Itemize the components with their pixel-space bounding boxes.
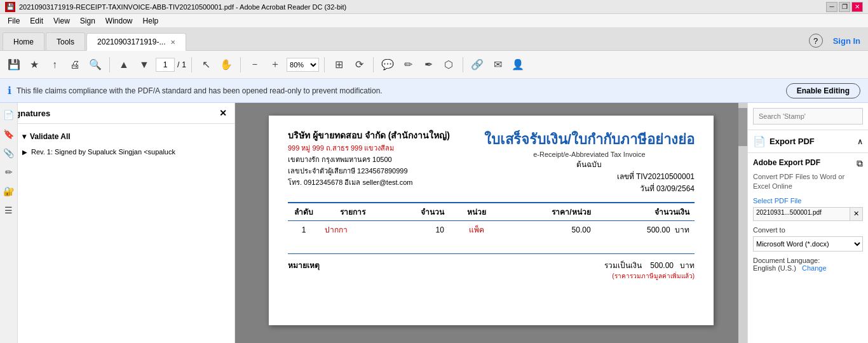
- save-button[interactable]: 💾: [5, 56, 23, 74]
- doc-title-thai: ใบเสร็จรับเงิน/ใบกำกับภาษีอย่างย่อ: [484, 128, 695, 151]
- select-pdf-link[interactable]: Select PDF File: [753, 197, 801, 205]
- company-tel: โทร. 0912345678 อีเมล seller@test.com: [288, 177, 450, 188]
- email-button[interactable]: ✉: [489, 56, 506, 74]
- export-label: Export PDF: [770, 137, 853, 146]
- cursor-tool-button[interactable]: ↖: [197, 56, 215, 74]
- upload-button[interactable]: ↑: [46, 56, 64, 74]
- row-qty: 10: [386, 221, 449, 239]
- sidebar-tool-3[interactable]: 📎: [2, 146, 16, 160]
- tab-home[interactable]: Home: [3, 32, 44, 50]
- stamp-button[interactable]: ⬡: [440, 56, 458, 74]
- titlebar: 💾 20210903171919-RECEIPT-TAXINVOICE-ABB-…: [0, 0, 868, 14]
- zoom-select[interactable]: 50% 75% 80% 100% 125% 150% 200%: [287, 58, 319, 72]
- search-zoom-out-button[interactable]: 🔍: [86, 56, 104, 74]
- pen-button[interactable]: ✏: [399, 56, 417, 74]
- sidebar-tool-2[interactable]: 🔖: [2, 127, 16, 141]
- help-icon: ?: [813, 36, 818, 46]
- stamp-search-input[interactable]: [753, 108, 863, 124]
- menu-view[interactable]: View: [48, 15, 75, 27]
- link-button[interactable]: 🔗: [468, 56, 486, 74]
- validate-all-button[interactable]: ☰ ▾ Validate All: [5, 129, 229, 144]
- tab-right-actions: ? Sign In: [809, 34, 865, 50]
- rotate-button[interactable]: ⟳: [350, 56, 368, 74]
- hand-tool-button[interactable]: ✋: [217, 56, 235, 74]
- sidebar-tool-1[interactable]: 📄: [2, 108, 16, 122]
- separator-5: [373, 57, 374, 72]
- zoom-out-button[interactable]: －: [246, 56, 264, 74]
- change-language-link[interactable]: Change: [802, 264, 827, 272]
- pdf-file-row: 20210931...500001.pdf ✕: [753, 207, 863, 221]
- document-language-section: Document Language: English (U.S.) Change: [753, 257, 863, 272]
- page-number-input[interactable]: [156, 58, 175, 72]
- enable-editing-button[interactable]: Enable Editing: [786, 83, 860, 98]
- sidebar-tool-4[interactable]: ✏: [2, 165, 16, 179]
- close-button[interactable]: ✕: [851, 2, 863, 12]
- signatures-panel: Signatures ✕ ☰ ▾ Validate All ⚠ ▶ Rev. 1…: [0, 103, 235, 343]
- user-button[interactable]: 👤: [509, 56, 527, 74]
- pdf-top-section: บริษัท ผู้ขายทดสอบ จำกัด (สำนักงานใหญ่) …: [288, 128, 695, 194]
- export-section: 📄 Export PDF ∧: [748, 130, 868, 153]
- menu-edit[interactable]: Edit: [25, 15, 48, 27]
- tab-close-icon[interactable]: ✕: [170, 39, 175, 46]
- page-navigation: / 1: [156, 58, 186, 72]
- highlight-button[interactable]: ✒: [419, 56, 437, 74]
- company-taxid: เลขประจำตัวผู้เสียภาษี 1234567890999: [288, 165, 450, 177]
- table-row: 1 ปากกา 10 แพ็ค 50.00 500.00 บาท: [288, 221, 695, 239]
- export-header: 📄 Export PDF ∧: [753, 135, 863, 147]
- table-header-item: รายการ: [320, 203, 386, 221]
- copy-icon[interactable]: ⧉: [857, 158, 863, 169]
- document-header-right: ใบเสร็จรับเงิน/ใบกำกับภาษีอย่างย่อ e-Rec…: [484, 128, 695, 194]
- row-unit-name: แพ็ค: [469, 225, 484, 234]
- pdf-file-clear-button[interactable]: ✕: [850, 207, 863, 221]
- menu-sign[interactable]: Sign: [75, 15, 100, 27]
- menu-window[interactable]: Window: [100, 15, 138, 27]
- total-row: รวมเป็นเงิน 500.00 บาท: [604, 259, 695, 271]
- separator-2: [191, 57, 192, 72]
- invoice-summary: หมายเหตุ รวมเป็นเงิน 500.00 บาท (ราคารวม…: [288, 259, 695, 281]
- doc-title-english: e-Receipt/e-Abbreviated Tax Invoice: [484, 151, 695, 158]
- pdf-scrollbar-thumb[interactable]: [738, 108, 747, 146]
- pdf-viewer[interactable]: บริษัท ผู้ขายทดสอบ จำกัด (สำนักงานใหญ่) …: [235, 103, 747, 343]
- app-icon: 💾: [5, 2, 15, 12]
- signatures-panel-header: Signatures ✕: [0, 103, 234, 124]
- signature-item[interactable]: ⚠ ▶ Rev. 1: Signed by Supaluck Singjan <…: [5, 144, 229, 159]
- comment-button[interactable]: 💬: [379, 56, 397, 74]
- prev-page-button[interactable]: ▲: [115, 56, 133, 74]
- chevron-up-icon[interactable]: ∧: [857, 137, 863, 146]
- separator-4: [324, 57, 325, 72]
- tab-document[interactable]: 20210903171919-... ✕: [86, 33, 186, 51]
- signin-button[interactable]: Sign In: [833, 36, 860, 46]
- sidebar-tool-6[interactable]: ☰: [2, 203, 16, 217]
- separator-1: [109, 57, 110, 72]
- doc-language-value: English (U.S.): [753, 264, 796, 272]
- pdf-filename-display: 20210931...500001.pdf: [753, 207, 850, 221]
- minimize-button[interactable]: ─: [826, 2, 837, 12]
- tabbar: Home Tools 20210903171919-... ✕ ? Sign I…: [0, 28, 868, 51]
- company-info: บริษัท ผู้ขายทดสอบ จำกัด (สำนักงานใหญ่) …: [288, 128, 450, 188]
- menu-help[interactable]: Help: [138, 15, 164, 27]
- table-header-price: ราคา/หน่วย: [504, 203, 596, 221]
- left-icon-sidebar: 📄 🔖 📎 ✏ 🔐 ☰: [0, 103, 18, 343]
- stamp-search-section: [748, 103, 868, 130]
- sidebar-tool-5[interactable]: 🔐: [2, 184, 16, 198]
- pdf-scrollbar[interactable]: [738, 103, 747, 343]
- print-button[interactable]: 🖨: [66, 56, 84, 74]
- tab-tools[interactable]: Tools: [46, 32, 85, 50]
- signatures-close-icon[interactable]: ✕: [219, 108, 227, 118]
- help-button[interactable]: ?: [809, 34, 823, 48]
- adobe-export-desc: Convert PDF Files to Word or Excel Onlin…: [753, 172, 863, 192]
- doc-copy: ต้นฉบับ: [484, 158, 695, 170]
- signature-label: Rev. 1: Signed by Supaluck Singjan <supa…: [31, 148, 175, 156]
- tab-document-label: 20210903171919-...: [97, 37, 165, 46]
- fit-button[interactable]: ⊞: [330, 56, 348, 74]
- pdf-page: บริษัท ผู้ขายทดสอบ จำกัด (สำนักงานใหญ่) …: [269, 116, 714, 325]
- menu-file[interactable]: File: [3, 15, 25, 27]
- next-page-button[interactable]: ▼: [135, 56, 153, 74]
- restore-button[interactable]: ❐: [839, 2, 850, 12]
- signatures-content: ☰ ▾ Validate All ⚠ ▶ Rev. 1: Signed by S…: [0, 124, 234, 343]
- total-section: รวมเป็นเงิน 500.00 บาท (ราคารวมภาษีมูลค่…: [604, 259, 695, 281]
- bookmark-button[interactable]: ★: [25, 56, 43, 74]
- zoom-in-button[interactable]: ＋: [266, 56, 284, 74]
- vat-note: (ราคารวมภาษีมูลค่าเพิ่มแล้ว): [604, 271, 695, 281]
- convert-format-select[interactable]: Microsoft Word (*.docx): [753, 236, 863, 252]
